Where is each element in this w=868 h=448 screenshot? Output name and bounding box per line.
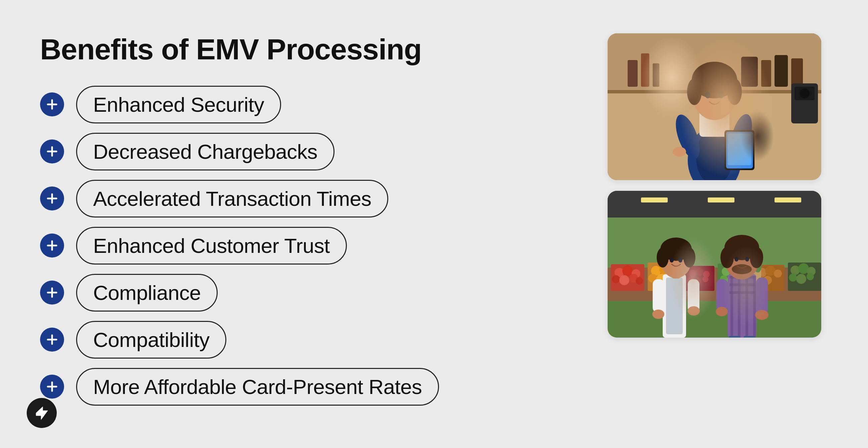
logo-area [27,398,57,428]
plus-symbol-icon [46,145,58,158]
svg-point-36 [705,92,710,98]
svg-point-120 [725,242,758,280]
benefit-pill-2: Decreased Chargebacks [76,133,335,170]
svg-point-124 [732,264,752,274]
svg-rect-17 [628,60,638,87]
plus-icon-6 [40,328,64,352]
svg-point-70 [703,271,710,278]
svg-rect-81 [754,265,784,291]
plus-icon-3 [40,186,64,210]
list-item: Enhanced Security [40,86,608,124]
svg-rect-96 [672,269,680,279]
svg-rect-95 [666,278,683,334]
svg-rect-24 [791,83,818,124]
benefit-text-4: Enhanced Customer Trust [93,234,330,257]
svg-rect-67 [684,266,714,291]
svg-point-32 [692,62,737,98]
svg-point-98 [660,238,692,261]
svg-rect-20 [741,57,758,87]
svg-rect-49 [775,198,801,203]
svg-point-92 [796,274,806,284]
svg-point-62 [659,264,671,275]
svg-rect-43 [726,132,753,168]
svg-point-63 [669,267,678,276]
svg-point-64 [648,274,657,282]
plus-icon-7 [40,375,64,399]
benefit-pill-1: Enhanced Security [76,86,281,124]
svg-rect-74 [718,264,751,291]
svg-point-126 [745,257,749,262]
grocery-photo [608,191,821,338]
plus-icon-1 [40,93,64,116]
svg-point-56 [612,275,620,283]
slide: Benefits of EMV Processing Enhanced Secu… [0,0,868,448]
plus-symbol-icon [46,98,58,111]
benefits-list: Enhanced Security Decreased Chargebacks [40,86,608,406]
svg-rect-29 [700,110,730,137]
benefit-pill-4: Enhanced Customer Trust [76,227,347,265]
svg-rect-131 [729,336,741,338]
svg-point-38 [671,112,705,162]
svg-point-28 [696,129,733,180]
svg-rect-19 [653,63,659,87]
svg-point-84 [774,270,782,278]
svg-point-97 [661,243,691,278]
right-content [608,27,835,338]
svg-rect-44 [728,133,751,165]
list-item: More Affordable Card-Present Rates [40,368,608,406]
svg-point-101 [670,258,674,263]
svg-rect-30 [709,105,719,117]
svg-point-100 [683,247,695,268]
svg-rect-87 [788,263,821,291]
svg-rect-104 [688,279,700,313]
svg-rect-18 [641,54,649,87]
svg-point-61 [651,266,661,276]
svg-rect-115 [731,276,733,338]
svg-rect-107 [738,268,761,298]
svg-point-83 [765,266,775,276]
svg-rect-114 [730,291,754,294]
svg-point-65 [656,274,667,284]
svg-point-58 [629,274,638,282]
svg-point-79 [727,276,737,285]
svg-point-77 [739,268,747,276]
benefit-text-3: Accelerated Transaction Times [93,187,371,210]
svg-rect-51 [608,268,821,301]
logo-icon [33,404,51,422]
svg-rect-113 [730,283,754,286]
svg-point-110 [754,260,762,273]
svg-point-123 [750,247,763,268]
svg-rect-48 [708,198,735,203]
svg-point-85 [756,276,763,283]
benefit-text-5: Compliance [93,281,200,305]
svg-point-99 [657,247,669,268]
svg-rect-132 [743,336,755,338]
svg-point-57 [619,275,629,285]
svg-rect-47 [641,198,668,203]
svg-rect-60 [648,263,681,291]
svg-point-39 [726,112,756,162]
svg-point-106 [688,306,700,316]
svg-rect-118 [753,276,756,338]
svg-point-88 [790,266,800,275]
svg-point-66 [667,274,675,281]
svg-point-76 [730,265,740,275]
benefit-text-6: Compatibility [93,328,209,352]
svg-point-68 [689,270,696,277]
svg-point-121 [724,235,759,260]
svg-point-125 [735,257,739,262]
svg-point-73 [703,276,708,282]
svg-rect-116 [738,276,741,338]
plus-icon-5 [40,280,64,305]
svg-point-53 [615,268,624,277]
svg-rect-129 [716,279,728,311]
svg-rect-111 [728,274,756,338]
left-content: Benefits of EMV Processing Enhanced Secu… [40,27,608,406]
svg-rect-117 [745,276,748,338]
svg-point-93 [807,273,814,280]
svg-point-105 [652,310,664,319]
svg-point-82 [757,268,767,277]
svg-rect-50 [608,217,821,284]
svg-point-71 [687,277,694,283]
benefit-pill-3: Accelerated Transaction Times [76,180,388,217]
